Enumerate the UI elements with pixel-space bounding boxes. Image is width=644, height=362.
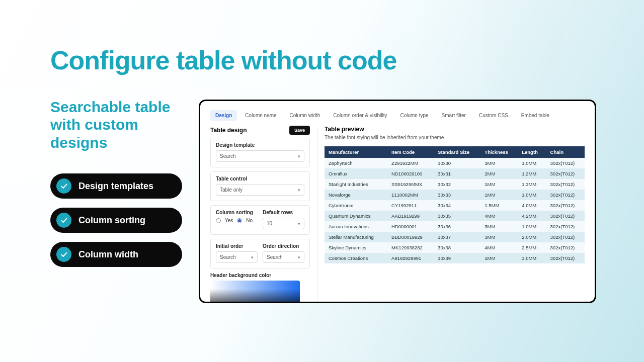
table-cell: 302x(T012): [546, 179, 585, 190]
table-cell: HD0000001: [387, 221, 434, 232]
table-cell: 4MM: [480, 242, 518, 253]
table-cell: 30x37: [434, 232, 480, 242]
tab-bar: DesignColumn nameColumn widthColumn orde…: [210, 110, 585, 121]
feature-pill: Column sorting: [50, 208, 182, 233]
table-cell: 1.3MM: [518, 179, 546, 190]
table-cell: 302x(T012): [546, 253, 585, 263]
save-button[interactable]: Save: [289, 126, 310, 135]
table-row: Cosmos CreationsA919292999130x391MM3.0MM…: [325, 253, 585, 263]
table-cell: Aurora Innovations: [325, 221, 387, 232]
feature-label: Column sorting: [78, 215, 145, 226]
check-icon: [56, 213, 71, 228]
template-select[interactable]: Search ▾: [216, 150, 304, 162]
table-cell: 30x32: [434, 179, 480, 190]
table-cell: 3MM: [480, 158, 518, 168]
tab-column-type[interactable]: Column type: [395, 110, 433, 121]
check-icon: [56, 178, 71, 194]
tab-custom-css[interactable]: Custom CSS: [474, 110, 513, 121]
tab-design[interactable]: Design: [210, 110, 237, 121]
table-cell: 3.0MM: [518, 253, 546, 263]
table-cell: 1MM: [480, 253, 518, 263]
table-header-cell: Manufacturer: [325, 146, 387, 158]
table-cell: 1110002MM: [387, 190, 434, 200]
page-subhead: Searchable table with custom designs: [50, 98, 196, 151]
default-rows-select[interactable]: 10 ▾: [263, 218, 304, 229]
table-cell: Novaforge: [325, 190, 387, 200]
table-cell: 2MM: [480, 168, 518, 179]
tab-column-name[interactable]: Column name: [240, 110, 281, 121]
initial-order-select[interactable]: Search ▾: [216, 251, 258, 263]
table-row: Skyline DynamicsMK12993828230x384MM2.5MM…: [325, 242, 585, 253]
template-label: Design template: [216, 142, 304, 148]
table-row: Starlight IndustriesSS91929MMX30x321MM1.…: [325, 179, 585, 190]
sorting-yes-radio[interactable]: [216, 218, 221, 223]
table-cell: 30x35: [434, 211, 480, 221]
sorting-no-label: No: [246, 218, 253, 223]
table-cell: 30x30: [434, 158, 480, 168]
table-cell: 1.0MM: [518, 221, 546, 232]
table-cell: Zephyrtech: [325, 158, 387, 168]
table-row: Aurora InnovationsHD000000130x363MM1.0MM…: [325, 221, 585, 232]
table-cell: 30x38: [434, 242, 480, 253]
table-control-label: Table control: [216, 176, 304, 182]
table-cell: 1.2MM: [518, 168, 546, 179]
table-cell: 1.0MM: [518, 158, 546, 168]
table-cell: 302x(T012): [546, 158, 585, 168]
table-row: ZephyrtechZ291922MM30x303MM1.0MM302x(T01…: [325, 158, 585, 168]
table-cell: 30x36: [434, 221, 480, 232]
table-cell: 302x(T012): [546, 232, 585, 242]
sorting-no-radio[interactable]: [237, 218, 242, 223]
table-cell: 3MM: [480, 221, 518, 232]
table-cell: CY1992911: [387, 200, 434, 211]
table-cell: 302x(T012): [546, 168, 585, 179]
tab-smart-filter[interactable]: Smart filter: [437, 110, 471, 121]
table-cell: 302x(T012): [546, 200, 585, 211]
table-cell: 1MM: [480, 179, 518, 190]
table-cell: 4MM: [480, 211, 518, 221]
color-picker[interactable]: [210, 281, 300, 303]
table-row: Novaforge1110002MM30x331MM1.0MM302x(T012…: [325, 190, 585, 200]
table-cell: 30x31: [434, 168, 480, 179]
table-cell: Cosmos Creations: [325, 253, 387, 263]
table-control-value: Table only: [220, 187, 243, 193]
table-cell: Starlight Industries: [325, 179, 387, 190]
template-value: Search: [220, 153, 236, 159]
table-cell: SS91929MMX: [387, 179, 434, 190]
table-cell: Quantum Dynamics: [325, 211, 387, 221]
feature-label: Design templates: [78, 181, 153, 192]
feature-pill: Column width: [50, 242, 182, 267]
feature-list: Design templatesColumn sortingColumn wid…: [50, 173, 182, 267]
tab-column-order-visibility[interactable]: Column order & visibility: [328, 110, 392, 121]
chevron-down-icon: ▾: [298, 188, 300, 193]
feature-pill: Design templates: [50, 173, 182, 199]
table-cell: 4.2MM: [518, 211, 546, 221]
table-cell: 1MM: [480, 190, 518, 200]
table-control-select[interactable]: Table only ▾: [216, 184, 304, 196]
tab-column-width[interactable]: Column width: [285, 110, 326, 121]
check-icon: [56, 247, 71, 262]
initial-order-label: Initial order: [216, 243, 258, 249]
column-sorting-label: Column sorting: [216, 210, 258, 215]
preview-pane: Table preview The table font stying will…: [317, 126, 585, 303]
preview-table: ManufacturerItem CodeStandard SizeThickn…: [325, 146, 585, 263]
order-direction-value: Search: [267, 254, 283, 260]
table-header-cell: Length: [518, 146, 546, 158]
order-direction-label: Order direction: [263, 243, 304, 249]
feature-label: Column width: [78, 249, 138, 260]
design-sidebar: Table design Save Design template Search…: [210, 126, 310, 303]
preview-note: The table font stying will be inherited …: [325, 135, 585, 140]
sorting-yes-label: Yes: [225, 218, 233, 223]
table-cell: 2.5MM: [518, 242, 546, 253]
table-cell: AAB1919299: [387, 211, 434, 221]
table-cell: 30x34: [434, 200, 480, 211]
table-cell: 302x(T012): [546, 221, 585, 232]
table-cell: 302x(T012): [546, 242, 585, 253]
table-cell: A9192929991: [387, 253, 434, 263]
preview-title: Table preview: [325, 126, 585, 133]
table-cell: 302x(T012): [546, 211, 585, 221]
table-header-cell: Item Code: [387, 146, 434, 158]
default-rows-label: Default rows: [263, 210, 304, 215]
table-cell: 30x33: [434, 190, 480, 200]
order-direction-select[interactable]: Search ▾: [263, 251, 304, 263]
tab-embed-table[interactable]: Embed table: [516, 110, 554, 121]
